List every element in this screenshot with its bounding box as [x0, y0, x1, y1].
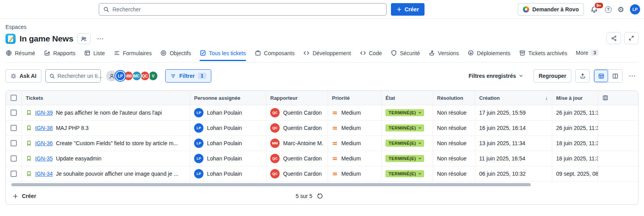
ticket-summary[interactable]: Je souhaite pouvoir afficher une image q…	[56, 171, 178, 177]
reporter-name: Quentin Cardon	[283, 155, 322, 162]
resolution-label: Non résolue	[437, 155, 467, 162]
col-assignee[interactable]: Personne assignée	[190, 91, 266, 105]
priority-label: Medium	[341, 110, 361, 116]
columns-icon	[602, 95, 608, 101]
team-button[interactable]	[77, 33, 91, 44]
avatar-lp[interactable]: LP	[115, 71, 125, 81]
column-settings[interactable]	[598, 91, 638, 105]
resolution-label: Non résolue	[437, 171, 467, 177]
refresh-button[interactable]	[317, 193, 323, 199]
tab-formulaires[interactable]: Formulaires	[114, 50, 152, 61]
tab-deploiements[interactable]: Déploiements	[467, 50, 510, 61]
ticket-key-link[interactable]: IGN-35	[35, 155, 53, 162]
table-row[interactable]: IGN-36 Create "Custom Fields" field to s…	[6, 136, 638, 151]
col-updated[interactable]: Mise à jour	[552, 91, 598, 105]
tab-resume[interactable]: Résumé	[5, 50, 35, 61]
priority-medium-icon	[332, 140, 338, 146]
status-badge[interactable]: TERMINÉ(E)	[385, 124, 424, 131]
updated-date: 09 sept. 2025, 08:21	[556, 171, 598, 177]
notifications-button[interactable]: 9+	[590, 5, 599, 14]
filter-button[interactable]: Filtrer 1	[165, 69, 211, 83]
tab-objectifs[interactable]: Objectifs	[160, 50, 191, 61]
row-checkbox[interactable]	[11, 171, 17, 177]
col-resolution[interactable]: Résolution	[433, 91, 475, 105]
help-icon[interactable]: ?	[605, 6, 612, 13]
tab-versions[interactable]: Versions	[428, 50, 459, 61]
tab-tickets-archives[interactable]: Tickets archivés	[519, 50, 567, 61]
row-checkbox[interactable]	[11, 155, 17, 162]
status-badge[interactable]: TERMINÉ(E)	[385, 109, 424, 116]
ticket-key-link[interactable]: IGN-39	[35, 110, 53, 116]
tab-code[interactable]: Code	[360, 50, 382, 61]
group-button[interactable]: Regrouper	[533, 69, 571, 83]
create-button[interactable]: Créer	[391, 3, 425, 16]
tab-tous-les-tickets[interactable]: Tous les tickets	[200, 50, 246, 61]
settings-cell	[598, 136, 638, 151]
toolbar-more-button[interactable]: ⋯	[626, 72, 639, 80]
share-button[interactable]	[607, 32, 621, 44]
ticket-key-link[interactable]: IGN-34	[35, 171, 53, 177]
row-checkbox[interactable]	[11, 110, 17, 116]
detail-view-button[interactable]	[608, 70, 622, 82]
export-button[interactable]	[575, 69, 590, 83]
col-status[interactable]: État	[381, 91, 433, 105]
ticket-summary[interactable]: MAJ PHP 8.3	[56, 125, 89, 131]
ask-ai-button[interactable]: Ask AI	[5, 69, 41, 83]
row-checkbox[interactable]	[11, 125, 17, 131]
priority-label: Medium	[341, 140, 361, 146]
ticket-summary[interactable]: Create "Custom Fields" field to store by…	[56, 140, 178, 146]
chevron-down-icon	[418, 126, 422, 130]
footer-create-button[interactable]: Créer	[12, 193, 36, 199]
ask-rovo-button[interactable]: Demander à Rovo	[518, 3, 584, 16]
list-view-button[interactable]	[594, 70, 608, 82]
tab-composants[interactable]: Composants	[255, 50, 295, 61]
tab-securite[interactable]: Sécurité	[391, 50, 420, 61]
reporter-name: Marc-Antoine M...	[283, 140, 324, 146]
reporter-name: Quentin Cardon	[283, 110, 322, 116]
global-search[interactable]	[99, 3, 387, 16]
fullscreen-button[interactable]	[624, 32, 639, 44]
settings-cell	[598, 105, 638, 120]
status-badge[interactable]: TERMINÉ(E)	[385, 155, 424, 162]
breadcrumb[interactable]: Espaces	[5, 24, 27, 30]
col-created[interactable]: Création↓	[475, 91, 552, 105]
rovo-label: Demander à Rovo	[532, 6, 579, 13]
assignee-avatar: LP	[194, 108, 203, 117]
col-tickets[interactable]: Tickets	[21, 91, 190, 105]
form-icon	[114, 50, 120, 56]
saved-filters-dropdown[interactable]: Filtres enregistrés	[469, 73, 523, 79]
table-row[interactable]: IGN-35 Update easyadmin LPLohan Poulain …	[6, 151, 638, 166]
gear-icon[interactable]: ⚙	[617, 6, 624, 13]
updated-date: 26 juin 2025, 11:35	[556, 125, 598, 131]
row-checkbox[interactable]	[11, 140, 17, 146]
status-badge[interactable]: TERMINÉ(E)	[385, 170, 424, 177]
tab-liste[interactable]: Liste	[84, 50, 105, 61]
ticket-summary[interactable]: Update easyadmin	[56, 155, 102, 162]
col-priority[interactable]: Priorité	[328, 91, 381, 105]
select-all-checkbox[interactable]	[11, 95, 17, 101]
resolution-label: Non résolue	[437, 125, 467, 131]
component-icon	[255, 50, 261, 56]
plus-icon	[12, 193, 18, 199]
ticket-key-link[interactable]: IGN-36	[35, 140, 53, 146]
table-row[interactable]: IGN-39 Ne pas afficher le nom de l'auteu…	[6, 105, 638, 121]
tab-more[interactable]: More3	[576, 50, 598, 60]
col-reporter[interactable]: Rapporteur	[266, 91, 328, 105]
table-row[interactable]: IGN-38 MAJ PHP 8.3 LPLohan Poulain QCQue…	[6, 121, 638, 136]
tab-rapports[interactable]: Rapports	[44, 50, 75, 61]
more-tab-badge: 3	[591, 50, 598, 56]
tab-developpement[interactable]: Développement	[303, 50, 351, 61]
code-icon	[360, 50, 366, 56]
ticket-search[interactable]	[45, 69, 101, 83]
ticket-summary[interactable]: Ne pas afficher le nom de l'auteur dans …	[56, 110, 162, 116]
table-icon	[84, 50, 91, 56]
project-more-button[interactable]: ⋯	[95, 34, 107, 43]
profile-avatar[interactable]: LP	[630, 4, 640, 14]
priority-medium-icon	[332, 171, 338, 177]
scrollbar-thumb[interactable]	[11, 183, 531, 186]
updated-date: 18 juin 2025, 11:30	[556, 155, 598, 162]
global-search-input[interactable]	[112, 6, 382, 13]
table-row[interactable]: IGN-34 Je souhaite pouvoir afficher une …	[6, 166, 638, 182]
status-badge[interactable]: TERMINÉ(E)	[385, 140, 424, 147]
ticket-key-link[interactable]: IGN-38	[35, 125, 53, 131]
